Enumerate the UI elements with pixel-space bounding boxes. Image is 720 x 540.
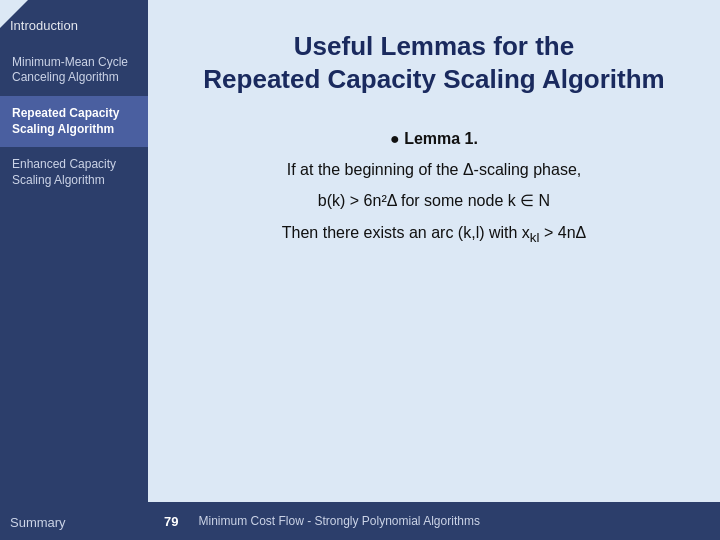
sidebar-item-summary[interactable]: Summary (0, 505, 148, 540)
slide-title: Useful Lemmas for the Repeated Capacity … (188, 30, 680, 95)
footer-bar: 79 Minimum Cost Flow - Strongly Polynomi… (148, 502, 720, 540)
sidebar: Introduction Minimum-Mean Cycle Cancelin… (0, 0, 148, 540)
footer-page-number: 79 (164, 514, 178, 529)
body-line1: If at the beginning of the Δ-scaling pha… (188, 156, 680, 183)
sidebar-item-introduction[interactable]: Introduction (0, 8, 148, 45)
body-line2: b(k) > 6n²Δ for some node k ∈ N (188, 187, 680, 214)
sidebar-item-repeated[interactable]: Repeated Capacity Scaling Algorithm (0, 96, 148, 147)
body-line3: Then there exists an arc (k,l) with xkl … (188, 219, 680, 250)
lemma-label: ● Lemma 1. (390, 130, 478, 147)
sidebar-spacer (0, 198, 148, 505)
footer-title: Minimum Cost Flow - Strongly Polynomial … (198, 514, 479, 528)
main-container: Introduction Minimum-Mean Cycle Cancelin… (0, 0, 720, 540)
sidebar-item-minimum-mean[interactable]: Minimum-Mean Cycle Canceling Algorithm (0, 45, 148, 96)
slide-body: ● Lemma 1. If at the beginning of the Δ-… (188, 125, 680, 249)
sidebar-item-enhanced[interactable]: Enhanced Capacity Scaling Algorithm (0, 147, 148, 198)
content-area: Useful Lemmas for the Repeated Capacity … (148, 0, 720, 540)
content-inner: Useful Lemmas for the Repeated Capacity … (148, 0, 720, 502)
